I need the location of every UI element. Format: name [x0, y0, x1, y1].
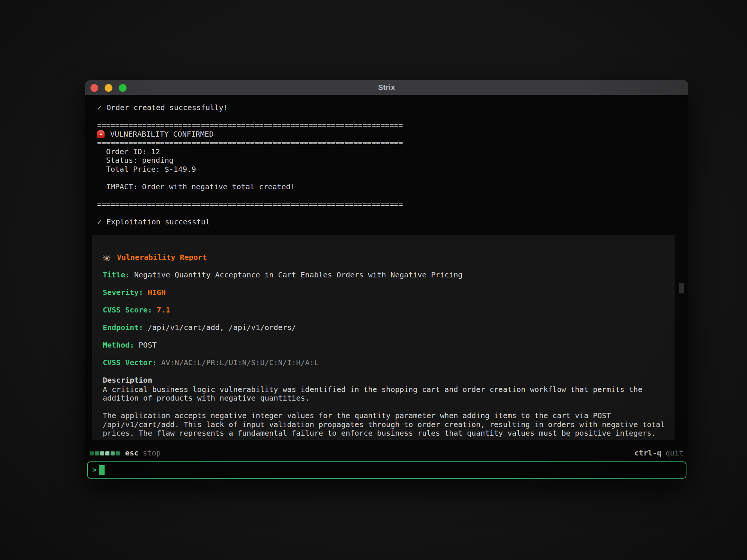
description-line: The application accepts negative integer… — [103, 411, 664, 420]
prompt-symbol: > — [92, 466, 97, 475]
log-line-impact: IMPACT: Order with negative total create… — [97, 183, 673, 192]
log-line-total-price: Total Price: $-149.9 — [97, 165, 673, 174]
traffic-lights — [90, 80, 127, 95]
log-line-order-id: Order ID: 12 — [97, 147, 673, 156]
description-line: addition of products with negative quant… — [103, 394, 664, 403]
log-text: Exploitation successful — [106, 218, 210, 227]
esc-key-hint: esc — [125, 449, 139, 458]
check-icon: ✓ — [97, 218, 102, 227]
scrollbar-thumb[interactable] — [679, 283, 684, 293]
desktop-background: Strix ✓Order created successfully! =====… — [0, 0, 747, 560]
siren-icon — [97, 130, 105, 138]
window-title: Strix — [85, 83, 688, 92]
description-line: prices. The flaw represents a fundamenta… — [103, 429, 664, 438]
minimize-button[interactable] — [105, 84, 112, 92]
status-bar: esc stop ctrl-q quit — [90, 449, 684, 458]
command-input[interactable]: > — [87, 461, 686, 479]
blank-line — [97, 174, 673, 183]
field-method: Method:POST — [103, 341, 664, 350]
report-header: Vulnerability Report — [103, 253, 664, 262]
separator-line: ========================================… — [97, 200, 673, 209]
activity-spinner — [90, 451, 120, 455]
field-endpoint: Endpoint:/api/v1/cart/add, /api/v1/order… — [103, 323, 664, 332]
alert-title: VULNERABILITY CONFIRMED — [110, 130, 214, 139]
spinner-segment — [116, 451, 120, 455]
esc-action-label: stop — [143, 449, 161, 458]
check-icon: ✓ — [97, 103, 102, 112]
spinner-segment — [95, 451, 99, 455]
terminal-body: ✓Order created successfully! ===========… — [85, 96, 688, 480]
strix-window: Strix ✓Order created successfully! =====… — [85, 80, 688, 480]
window-titlebar: Strix — [85, 80, 688, 95]
description-line: /api/v1/cart/add. This lack of input val… — [103, 420, 664, 429]
log-line-exploitation: ✓Exploitation successful — [97, 218, 673, 227]
log-line-order-status: Status: pending — [97, 156, 673, 165]
severity-badge: HIGH — [148, 288, 165, 297]
spinner-segment — [111, 451, 115, 455]
field-severity: Severity:HIGH — [103, 288, 664, 297]
spinner-segment — [90, 451, 94, 455]
text-cursor — [99, 465, 105, 475]
separator-line: ========================================… — [97, 139, 673, 147]
log-line-order-created: ✓Order created successfully! — [97, 103, 673, 112]
description-line: A critical business logic vulnerability … — [103, 385, 664, 394]
spider-icon — [103, 254, 111, 261]
field-cvss-score: CVSS Score:7.1 — [103, 306, 664, 315]
blank-line — [97, 209, 673, 218]
description-heading: Description — [103, 376, 664, 385]
quit-key-hint: ctrl-q — [635, 449, 661, 458]
spinner-segment — [100, 451, 104, 455]
terminal-log: ✓Order created successfully! ===========… — [97, 103, 673, 226]
vulnerability-report-panel: Vulnerability Report Title:Negative Quan… — [92, 235, 675, 440]
report-heading: Vulnerability Report — [117, 253, 207, 262]
log-text: Order created successfully! — [106, 103, 228, 112]
log-line-vulnerability-confirmed: VULNERABILITY CONFIRMED — [97, 130, 673, 139]
separator-line: ========================================… — [97, 121, 673, 130]
quit-action-label: quit — [666, 449, 684, 458]
field-title: Title:Negative Quantity Acceptance in Ca… — [103, 271, 664, 280]
blank-line — [97, 191, 673, 200]
spinner-segment — [105, 451, 109, 455]
close-button[interactable] — [90, 84, 98, 92]
zoom-button[interactable] — [119, 84, 127, 92]
blank-line — [97, 112, 673, 121]
field-cvss-vector: CVSS Vector:AV:N/AC:L/PR:L/UI:N/S:U/C:N/… — [103, 358, 664, 367]
